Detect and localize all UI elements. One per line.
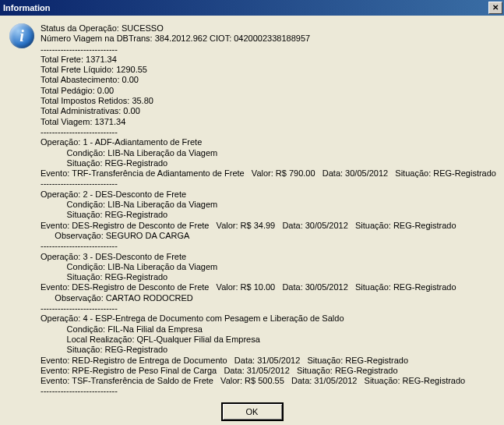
button-row: OK bbox=[0, 398, 504, 425]
window-title: Information bbox=[3, 3, 488, 12]
info-icon: i bbox=[9, 23, 34, 48]
dialog-body: i Status da Operação: SUCESSO Número Via… bbox=[0, 16, 504, 398]
dialog-client: i Status da Operação: SUCESSO Número Via… bbox=[0, 16, 504, 425]
message-text: Status da Operação: SUCESSO Número Viage… bbox=[41, 23, 496, 397]
icon-column: i bbox=[9, 23, 41, 397]
ok-button[interactable]: OK bbox=[222, 403, 283, 420]
close-icon[interactable]: ✕ bbox=[488, 2, 502, 14]
titlebar[interactable]: Information ✕ bbox=[0, 0, 504, 16]
